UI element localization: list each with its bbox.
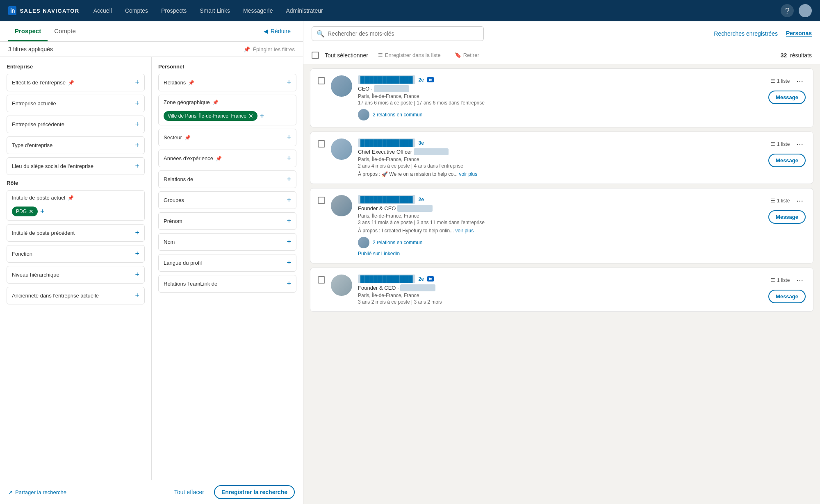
message-button[interactable]: Message <box>768 290 806 303</box>
tag-remove-icon[interactable]: ✕ <box>29 208 34 215</box>
pin-filters-button[interactable]: 📌 Épingler les filtres <box>244 46 295 52</box>
message-button[interactable]: Message <box>768 91 806 104</box>
nav-accueil[interactable]: Accueil <box>88 4 118 17</box>
company-blurred: ████████ <box>414 148 449 155</box>
tab-compte[interactable]: Compte <box>48 22 82 41</box>
result-name[interactable]: ████████████ <box>358 275 415 283</box>
filter-lieu-siege[interactable]: Lieu du siège social de l'entreprise + <box>7 157 145 175</box>
logo-area[interactable]: in SALES NAVIGATOR <box>8 6 80 15</box>
nav-comptes[interactable]: Comptes <box>119 4 154 17</box>
result-checkbox[interactable] <box>318 140 325 148</box>
add-icon[interactable]: + <box>287 154 291 163</box>
filter-nom[interactable]: Nom + <box>158 233 296 251</box>
keyword-search-input[interactable] <box>312 26 484 41</box>
filter-effectifs[interactable]: Effectifs de l'entreprise 📌 + <box>7 74 145 91</box>
save-search-button[interactable]: Enregistrer la recherche <box>214 485 295 499</box>
add-icon[interactable]: + <box>135 250 139 258</box>
filter-secteur[interactable]: Secteur 📌 + <box>158 129 296 146</box>
filter-intitule-actuel[interactable]: Intitulé de poste actuel 📌 PDG ✕ + <box>7 190 145 221</box>
add-icon[interactable]: + <box>135 99 139 108</box>
filter-groupes[interactable]: Groupes + <box>158 191 296 209</box>
result-relations: 2 relations en commun <box>358 237 763 248</box>
add-icon[interactable]: + <box>135 120 139 129</box>
filters-count: 3 filtres appliqués <box>8 46 53 52</box>
results-list: ████████████ 2e in CEO · ████████ Paris,… <box>303 64 820 504</box>
tag-add-button[interactable]: + <box>40 207 45 216</box>
voir-plus-link[interactable]: voir plus <box>455 228 474 234</box>
filter-anciennete[interactable]: Ancienneté dans l'entreprise actuelle + <box>7 287 145 304</box>
add-icon[interactable]: + <box>287 238 291 246</box>
more-options-button[interactable]: ··· <box>794 195 806 206</box>
filter-zone-geo[interactable]: Zone géographique 📌 Ville de Paris, Île-… <box>158 95 296 125</box>
help-icon[interactable]: ? <box>781 4 794 17</box>
result-name[interactable]: ████████████ <box>358 138 415 147</box>
nav-smart-links[interactable]: Smart Links <box>194 4 236 17</box>
result-checkbox[interactable] <box>318 77 325 84</box>
share-icon: ↗ <box>8 489 13 495</box>
liste-button[interactable]: ☰ 1 liste <box>771 277 790 283</box>
liste-button[interactable]: ☰ 1 liste <box>771 78 790 84</box>
result-degree: 2e <box>419 197 424 202</box>
nav-prospects[interactable]: Prospects <box>155 4 192 17</box>
add-icon[interactable]: + <box>135 270 139 279</box>
filter-relations-de[interactable]: Relations de + <box>158 170 296 188</box>
retire-button[interactable]: 🔖 Retirer <box>451 50 483 60</box>
filter-prenom[interactable]: Prénom + <box>158 212 296 230</box>
relations-text[interactable]: 2 relations en commun <box>373 240 422 245</box>
filter-entreprise-actuelle[interactable]: Entreprise actuelle + <box>7 95 145 112</box>
message-button[interactable]: Message <box>768 154 806 167</box>
liste-button[interactable]: ☰ 1 liste <box>771 141 790 147</box>
add-icon[interactable]: + <box>135 229 139 237</box>
filter-relations-teamlink[interactable]: Relations TeamLink de + <box>158 275 296 293</box>
result-card: ████████████ 2e in CEO · ████████ Paris,… <box>310 68 813 127</box>
geo-tag-add-button[interactable]: + <box>260 112 264 120</box>
result-name[interactable]: ████████████ <box>358 195 415 204</box>
relations-text[interactable]: 2 relations en commun <box>373 112 422 118</box>
geo-tag-remove-icon[interactable]: ✕ <box>248 113 253 119</box>
add-icon[interactable]: + <box>287 196 291 204</box>
add-icon[interactable]: + <box>135 291 139 300</box>
add-icon[interactable]: + <box>135 78 139 87</box>
filter-intitule-precedent[interactable]: Intitulé de poste précédent + <box>7 224 145 242</box>
user-avatar[interactable] <box>799 4 812 17</box>
more-options-button[interactable]: ··· <box>794 275 806 286</box>
filter-entreprise-precedente[interactable]: Entreprise précédente + <box>7 116 145 133</box>
filter-fonction[interactable]: Fonction + <box>7 245 145 263</box>
personas-link[interactable]: Personas <box>786 30 812 37</box>
reduce-button[interactable]: ◀ Réduire <box>260 25 295 37</box>
result-info: ████████████ 2e in CEO · ████████ Paris,… <box>358 75 763 120</box>
add-icon[interactable]: + <box>287 259 291 267</box>
result-name[interactable]: ████████████ <box>358 75 415 84</box>
saved-searches-link[interactable]: Recherches enregistrées <box>714 30 778 37</box>
select-all-label: Tout sélectionner <box>325 52 368 59</box>
add-icon[interactable]: + <box>287 279 291 288</box>
nav-administrateur[interactable]: Administrateur <box>280 4 328 17</box>
add-icon[interactable]: + <box>287 78 291 87</box>
result-checkbox[interactable] <box>318 276 325 284</box>
filter-col-right: Personnel Relations 📌 + Zone géographiqu… <box>152 57 303 480</box>
add-icon[interactable]: + <box>287 175 291 184</box>
filter-relations[interactable]: Relations 📌 + <box>158 74 296 91</box>
add-icon[interactable]: + <box>287 133 291 142</box>
tab-prospect[interactable]: Prospect <box>8 22 48 41</box>
result-location: Paris, Île-de-France, France <box>358 157 763 162</box>
voir-plus-link[interactable]: voir plus <box>459 171 478 177</box>
save-list-button[interactable]: ☰ Enregistrer dans la liste <box>374 50 445 60</box>
nav-messagerie[interactable]: Messagerie <box>237 4 278 17</box>
result-checkbox[interactable] <box>318 197 325 204</box>
more-options-button[interactable]: ··· <box>794 138 806 150</box>
clear-all-button[interactable]: Tout effacer <box>169 485 210 499</box>
select-all-checkbox[interactable] <box>312 52 319 59</box>
filter-niveau-hierarchique[interactable]: Niveau hiérarchique + <box>7 266 145 284</box>
share-search-button[interactable]: ↗ Partager la recherche <box>8 489 66 495</box>
filter-annees-experience[interactable]: Années d'expérience 📌 + <box>158 150 296 167</box>
add-icon[interactable]: + <box>135 141 139 150</box>
filter-type-entreprise[interactable]: Type d'entreprise + <box>7 136 145 154</box>
message-button[interactable]: Message <box>768 210 806 224</box>
filter-langue-profil[interactable]: Langue du profil + <box>158 254 296 272</box>
result-location: Paris, Île-de-France, France <box>358 93 763 99</box>
more-options-button[interactable]: ··· <box>794 75 806 86</box>
liste-button[interactable]: ☰ 1 liste <box>771 198 790 204</box>
add-icon[interactable]: + <box>287 217 291 225</box>
add-icon[interactable]: + <box>135 162 139 170</box>
